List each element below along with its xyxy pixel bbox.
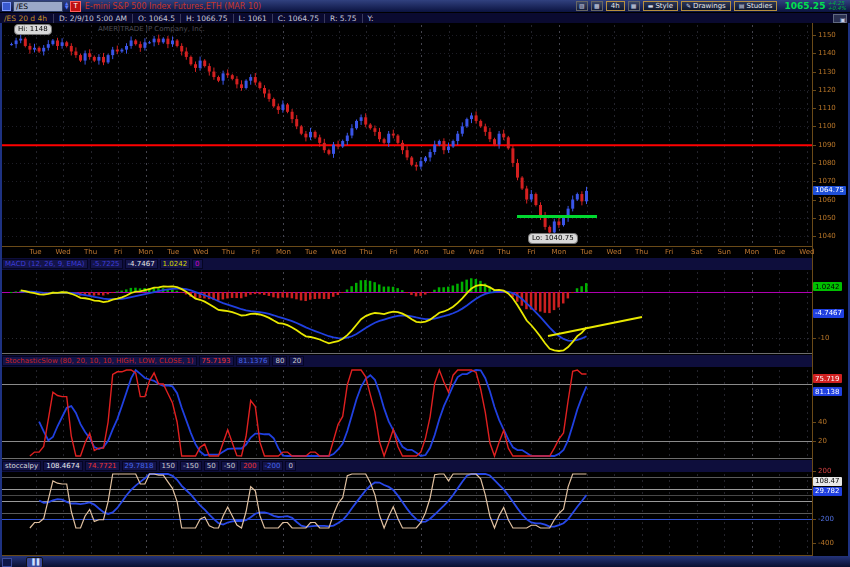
time-axis-label: Mon — [276, 248, 291, 256]
price-axis-label: 40 — [818, 418, 827, 427]
price-chart-canvas[interactable] — [0, 23, 813, 557]
time-axis-label: Fri — [114, 248, 122, 256]
chart-window: ▲▼ T E-mini S&P 500 Index Futures,ETH (M… — [0, 0, 850, 567]
study-value: 50 — [204, 461, 219, 471]
drawings-button[interactable]: ✎Drawings — [681, 1, 731, 11]
title-bar-toolbar: ▨ ▩ 4h ▦ ▬Style ✎Drawings ▤Studies 1065.… — [576, 1, 850, 12]
study-value: 0 — [285, 461, 295, 471]
time-axis-label: Sun — [718, 248, 731, 256]
time-axis-label: Thu — [497, 248, 510, 256]
time-axis-label: Wed — [469, 248, 484, 256]
time-axis-label: Thu — [635, 248, 648, 256]
panel-separator[interactable] — [0, 458, 813, 459]
price-axis-label: -10 — [818, 334, 829, 343]
stochastic-study-header: StochasticSlow (80, 20, 10, 10, HIGH, LO… — [0, 355, 812, 367]
time-axis-label: Thu — [222, 248, 235, 256]
chart-grid-icon-button[interactable]: ▩ — [591, 1, 603, 11]
style-button[interactable]: ▬Style — [643, 1, 678, 11]
title-bar: ▲▼ T E-mini S&P 500 Index Futures,ETH (M… — [0, 0, 850, 12]
price-axis-label: 1120 — [818, 86, 836, 95]
studies-button[interactable]: ▤Studies — [734, 1, 778, 11]
time-axis-label: Tue — [443, 248, 455, 256]
time-axis-label: Fri — [252, 248, 260, 256]
chart-type-icon-button[interactable]: ▦ — [628, 1, 640, 11]
last-price-badge: 1064.75 — [813, 186, 846, 195]
price-axis-label: 1140 — [818, 49, 836, 58]
study-value: 200 — [240, 461, 259, 471]
price-axis-label: 1050 — [818, 214, 836, 223]
price-change: +4.25 +0.4% — [827, 1, 846, 12]
study-value: 108.4674 — [43, 461, 82, 471]
ohlc-field: C: 1064.75 — [272, 14, 324, 23]
timeframe-button[interactable]: 4h — [606, 1, 625, 11]
high-marker-bubble: Hi: 1148 — [14, 24, 52, 35]
time-axis-label: Tue — [30, 248, 42, 256]
time-axis-label: Wed — [606, 248, 621, 256]
ohlc-field: Y: — [362, 14, 379, 23]
price-axis-label: -200 — [818, 515, 834, 524]
time-axis-label: Fri — [665, 248, 673, 256]
last-price: 1065.25 — [784, 1, 825, 11]
study-value: -4.7467 — [125, 259, 158, 269]
study-value: 29.7818 — [122, 461, 157, 471]
symbol-input[interactable] — [13, 1, 63, 12]
corner-icon — [2, 558, 12, 567]
instrument-type-badge: T — [70, 1, 80, 12]
ohlc-field: D: 2/9/10 5:00 AM — [53, 14, 132, 23]
panel-separator[interactable] — [0, 353, 813, 354]
style-icon: ▬ — [648, 2, 654, 10]
study-value: 81.1376 — [236, 356, 271, 366]
time-axis-label: Wed — [331, 248, 346, 256]
study-value: 0 — [192, 259, 202, 269]
ohlc-fields: D: 2/9/10 5:00 AMO: 1064.5H: 1066.75L: 1… — [53, 14, 379, 23]
study-value: -5.7225 — [90, 259, 123, 269]
price-block: 1065.25 +4.25 +0.4% — [784, 1, 846, 12]
time-axis-label: Mon — [552, 248, 567, 256]
time-axis-label: Wed — [193, 248, 208, 256]
time-axis-label: Mon — [138, 248, 153, 256]
price-axis-label: 1080 — [818, 159, 836, 168]
study-value: 75.7193 — [199, 356, 234, 366]
price-axis-label: -400 — [818, 539, 834, 548]
study-value: -200 — [262, 461, 284, 471]
price-axis-label: 1100 — [818, 122, 836, 131]
price-axis-label: 20 — [818, 437, 827, 446]
stoccalpy-study-header: stoccalpy108.467474.772129.7818150-15050… — [0, 460, 812, 472]
window-edge-left — [0, 0, 2, 567]
study-label[interactable]: stoccalpy — [2, 461, 41, 471]
ohlc-field: H: 1066.75 — [180, 14, 233, 23]
stochastic-k-badge: 75.719 — [813, 374, 842, 383]
price-axis-label: 1040 — [818, 232, 836, 241]
symbol-spinner[interactable]: ▲▼ — [65, 2, 68, 10]
bottom-bar — [0, 556, 850, 567]
time-axis-label: Tue — [305, 248, 317, 256]
price-axis-label: 1060 — [818, 196, 836, 205]
study-value: 1.0242 — [160, 259, 191, 269]
study-label[interactable]: MACD (12, 26, 9, EMA) — [2, 259, 88, 269]
time-axis-label: Fri — [527, 248, 535, 256]
change-percent: +0.4% — [827, 6, 846, 12]
ohlc-field: L: 1061 — [233, 14, 272, 23]
pencil-icon: ✎ — [686, 2, 691, 10]
macd-diff-badge: 1.0242 — [813, 282, 842, 291]
study-value: -50 — [221, 461, 238, 471]
symbol-timeframe-info: /ES 20 d 4h — [4, 14, 47, 23]
bottom-tab[interactable]: ▐▐ — [26, 557, 43, 567]
time-axis-label: Wed — [799, 248, 814, 256]
ohlc-data-bar: /ES 20 d 4h D: 2/9/10 5:00 AMO: 1064.5H:… — [0, 12, 850, 23]
time-axis-label: Tue — [167, 248, 179, 256]
stoccalpy-a-badge: 108.47 — [813, 477, 842, 486]
price-axis-label: 1090 — [818, 141, 836, 150]
study-label[interactable]: StochasticSlow (80, 20, 10, 10, HIGH, LO… — [2, 356, 197, 366]
price-axis-label: 1130 — [818, 68, 836, 77]
ohlc-field: R: 5.75 — [324, 14, 362, 23]
panel-maximize-button[interactable]: ▣ — [833, 14, 847, 23]
time-axis-label: Tue — [773, 248, 785, 256]
study-value: 74.7721 — [85, 461, 120, 471]
chart-mode-icon-button[interactable]: ▨ — [576, 1, 588, 11]
time-axis-label: Mon — [744, 248, 759, 256]
time-axis: TueWedThuFriMonTueWedThuFriMonTueWedThuF… — [0, 246, 812, 257]
app-icon — [2, 2, 11, 11]
study-value: 20 — [289, 356, 304, 366]
price-axis-label: 1150 — [818, 31, 836, 40]
